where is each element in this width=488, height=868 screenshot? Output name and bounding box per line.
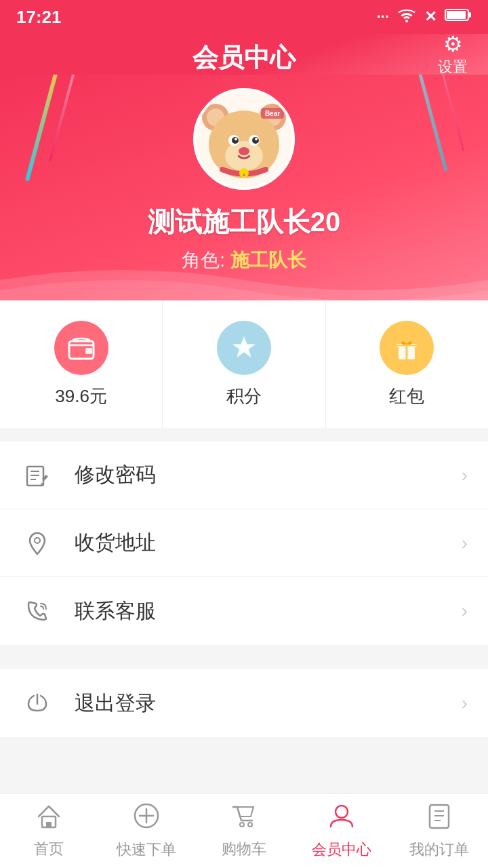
svg-point-15 [255, 138, 258, 140]
nav-item-my-orders[interactable]: 我的订单 [390, 794, 488, 868]
time-display: 17:21 [16, 7, 62, 28]
page-title: 会员中心 [192, 41, 296, 75]
nav-item-home[interactable]: 首页 [0, 794, 98, 868]
menu-item-contact-service[interactable]: 联系客服 › [0, 577, 488, 645]
nav-item-quick-order[interactable]: 快速下单 [98, 794, 195, 868]
username: 测试施工队长20 [148, 203, 341, 241]
menu-item-change-password[interactable]: 修改密码 › [0, 441, 488, 509]
avatar: Bear [193, 88, 295, 190]
nav-label-my-orders: 我的订单 [409, 840, 469, 860]
hero-wave [0, 260, 488, 300]
signal-icon: ··· [377, 8, 389, 26]
gift-icon-circle [380, 321, 434, 375]
cart-icon [230, 803, 258, 835]
settings-button[interactable]: ⚙ 设置 [438, 31, 468, 77]
svg-rect-1 [447, 11, 466, 19]
orders-icon [427, 802, 451, 835]
hero-section: Bear 测试施工队长20 角色: 施工队长 [0, 75, 488, 300]
menu-list-main: 修改密码 › 收货地址 › 联系客服 › [0, 441, 488, 645]
change-password-text: 修改密码 [75, 461, 462, 489]
svg-rect-35 [46, 822, 52, 827]
chevron-right-icon: › [462, 465, 468, 486]
home-icon [35, 803, 62, 835]
avatar-container: Bear 测试施工队长20 角色: 施工队长 [0, 75, 488, 273]
star-icon-circle [217, 321, 271, 375]
wallet-label: 39.6元 [55, 384, 107, 408]
wifi-icon [397, 7, 416, 26]
nav-item-member[interactable]: 会员中心 [293, 794, 390, 868]
power-icon [20, 686, 54, 720]
stat-wallet[interactable]: 39.6元 [0, 300, 163, 429]
stat-coupon[interactable]: 红包 [326, 300, 488, 429]
menu-separator [0, 645, 488, 657]
nav-label-home: 首页 [34, 839, 64, 859]
stat-points[interactable]: 积分 [163, 300, 325, 429]
svg-point-40 [248, 823, 252, 827]
menu-item-shipping-address[interactable]: 收货地址 › [0, 509, 488, 577]
gear-icon: ⚙ [443, 31, 463, 57]
quick-order-icon [133, 802, 160, 835]
svg-point-14 [235, 138, 237, 140]
svg-point-41 [336, 806, 348, 818]
wallet-icon-circle [54, 321, 108, 375]
bottom-nav: 首页 快速下单 购物车 [0, 793, 488, 868]
coupon-label: 红包 [389, 384, 424, 408]
logout-text: 退出登录 [75, 690, 462, 717]
edit-icon [20, 458, 54, 492]
chevron-right-icon-2: › [462, 532, 468, 554]
x-icon: ✕ [424, 8, 436, 26]
nav-label-cart: 购物车 [222, 839, 266, 859]
location-icon [20, 526, 54, 560]
menu-item-logout[interactable]: 退出登录 › [0, 669, 488, 737]
member-icon [328, 802, 355, 835]
contact-service-text: 联系客服 [75, 597, 462, 625]
chevron-right-icon-3: › [462, 600, 468, 622]
status-bar: 17:21 ··· ✕ [0, 0, 488, 34]
bear-avatar-svg: Bear [197, 92, 291, 186]
phone-icon [20, 594, 54, 628]
chevron-right-icon-4: › [462, 692, 468, 714]
svg-marker-23 [232, 336, 256, 357]
nav-item-cart[interactable]: 购物车 [195, 794, 293, 868]
menu-list-secondary: 退出登录 › [0, 669, 488, 737]
status-icons: ··· ✕ [377, 7, 472, 26]
svg-rect-22 [85, 348, 92, 354]
nav-label-quick-order: 快速下单 [117, 840, 176, 860]
battery-icon [445, 8, 472, 26]
page-header: 会员中心 ⚙ 设置 [0, 34, 488, 75]
svg-point-16 [239, 147, 249, 155]
nav-label-member: 会员中心 [312, 840, 371, 860]
stats-row: 39.6元 积分 红包 [0, 300, 488, 429]
svg-point-32 [35, 538, 40, 543]
shipping-address-text: 收货地址 [75, 529, 462, 557]
svg-rect-2 [468, 12, 471, 18]
svg-point-18 [243, 174, 245, 176]
svg-point-9 [225, 141, 263, 171]
points-label: 积分 [226, 384, 262, 408]
svg-text:Bear: Bear [265, 110, 280, 117]
svg-point-39 [240, 823, 244, 827]
